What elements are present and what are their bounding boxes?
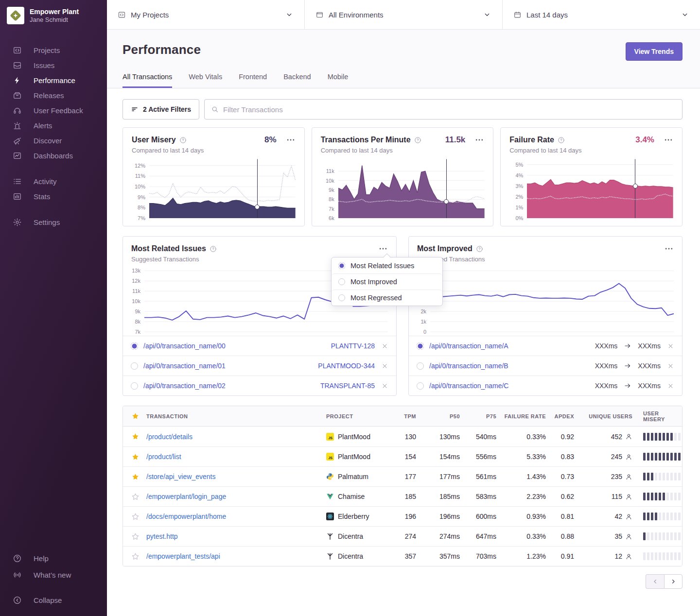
column-header-p50[interactable]: P50 xyxy=(416,413,460,419)
overflow-menu-icon[interactable] xyxy=(474,135,484,145)
column-header-project[interactable]: PROJECT xyxy=(326,413,389,419)
star-filled-icon[interactable] xyxy=(131,432,146,441)
close-icon[interactable] xyxy=(667,342,674,350)
sidebar-item-dashboards[interactable]: Dashboards xyxy=(0,148,107,163)
transaction-link[interactable]: /store/api_view_events xyxy=(146,473,215,480)
column-header-unique-users[interactable]: UNIQUE USERS xyxy=(574,413,632,419)
menu-item-label: Most Regressed xyxy=(350,294,402,302)
sidebar-item-releases[interactable]: Releases xyxy=(0,88,107,103)
active-filters-label: 2 Active Filters xyxy=(143,105,191,113)
widget-title: Most Related Issues xyxy=(131,244,206,253)
radio-button[interactable] xyxy=(131,362,138,370)
unique-users-value: 115 xyxy=(612,493,622,500)
sidebar-item-collapse[interactable]: Collapse xyxy=(0,592,107,608)
column-header-transaction[interactable]: TRANSACTION xyxy=(146,413,326,419)
sidebar-item-help[interactable]: Help xyxy=(0,550,107,566)
radio-button[interactable] xyxy=(417,362,424,370)
column-header-p75[interactable]: P75 xyxy=(460,413,496,419)
star-filled-icon[interactable] xyxy=(131,453,146,461)
sidebar-item-discover[interactable]: Discover xyxy=(0,133,107,148)
pagination-prev-button[interactable] xyxy=(646,574,664,589)
tab-mobile[interactable]: Mobile xyxy=(328,73,349,88)
sidebar-item-whats-new[interactable]: What’s new xyxy=(0,566,107,583)
tab-backend[interactable]: Backend xyxy=(283,73,311,88)
topbar-filter-environment[interactable]: All Environments xyxy=(304,0,502,29)
sidebar-item-projects[interactable]: Projects xyxy=(0,43,107,58)
transaction-cell: /empowerplant_tests/api xyxy=(146,552,326,561)
transaction-link[interactable]: /api/0/transaction_name/02 xyxy=(143,382,226,390)
sidebar-item-alerts[interactable]: Alerts xyxy=(0,118,107,133)
transaction-link[interactable]: /api/0/transaction_name/01 xyxy=(143,362,226,370)
sidebar-item-user-feedback[interactable]: User Feedback xyxy=(0,103,107,118)
star-outline-icon[interactable] xyxy=(131,493,146,501)
transaction-link[interactable]: /product/list xyxy=(146,453,181,461)
close-icon[interactable] xyxy=(381,382,388,390)
radio-button[interactable] xyxy=(131,342,138,350)
metric-card-failure_rate: Failure Rate3.4%Compared to last 14 days… xyxy=(500,127,682,226)
misery-bar-segment xyxy=(651,552,653,560)
misery-bar-segment xyxy=(670,453,673,461)
sidebar-item-performance[interactable]: Performance xyxy=(0,73,107,88)
radio-button[interactable] xyxy=(417,382,424,390)
sidebar-item-activity[interactable]: Activity xyxy=(0,174,107,189)
close-icon[interactable] xyxy=(667,362,674,370)
help-tooltip-icon xyxy=(476,245,483,253)
transaction-link[interactable]: /api/0/transaction_name/00 xyxy=(143,342,226,350)
star-filled-icon[interactable] xyxy=(131,473,146,481)
transaction-link[interactable]: /empowerplant_tests/api xyxy=(146,552,220,560)
tpm-value: 185 xyxy=(389,493,416,500)
overflow-menu-icon[interactable] xyxy=(664,244,674,254)
page-content: 2 Active Filters User Misery8%Compared t… xyxy=(107,88,700,589)
topbar-filter-date[interactable]: Last 14 days xyxy=(502,0,700,29)
y-tick-label: 1k xyxy=(420,319,426,325)
sidebar-item-settings[interactable]: Settings xyxy=(0,215,107,230)
tab-all-transactions[interactable]: All Transactions xyxy=(122,73,172,88)
duration-from: XXXms xyxy=(595,362,618,370)
transaction-link[interactable]: /api/0/transaction_name/A xyxy=(429,342,508,350)
view-trends-button[interactable]: View Trends xyxy=(626,42,682,61)
org-switcher[interactable]: Empower Plant Jane Schmidt xyxy=(0,0,107,31)
active-filters-button[interactable]: 2 Active Filters xyxy=(122,99,199,120)
misery-bar-segment xyxy=(674,532,677,540)
transaction-link[interactable]: /api/0/transaction_name/B xyxy=(429,362,508,370)
radio-button[interactable] xyxy=(417,342,424,350)
overflow-menu-icon[interactable] xyxy=(378,244,388,254)
misery-bar-segment xyxy=(678,552,681,560)
y-tick-label: 13k xyxy=(132,268,140,274)
close-icon[interactable] xyxy=(381,342,388,350)
menu-item-most-regressed[interactable]: Most Regressed xyxy=(332,290,442,306)
column-header-failure-rate[interactable]: FAILURE RATE xyxy=(496,413,546,419)
misery-bar-segment xyxy=(659,552,661,560)
transaction-link[interactable]: /docs/empowerplant/home xyxy=(146,513,226,520)
transaction-link[interactable]: /product/details xyxy=(146,433,192,441)
star-outline-icon[interactable] xyxy=(131,532,146,541)
sidebar-item-issues[interactable]: Issues xyxy=(0,58,107,73)
column-header-user-misery[interactable]: USER MISERY xyxy=(632,411,682,422)
overflow-menu-icon[interactable] xyxy=(664,135,673,145)
star-outline-icon[interactable] xyxy=(131,552,146,561)
transaction-link[interactable]: pytest.http xyxy=(146,532,178,540)
sidebar-item-label: What’s new xyxy=(34,571,71,579)
column-header-apdex[interactable]: APDEX xyxy=(546,413,574,419)
overflow-menu-icon[interactable] xyxy=(286,135,296,145)
radio-button[interactable] xyxy=(131,382,138,390)
transaction-link[interactable]: /empowerplant/login_page xyxy=(146,493,226,500)
search-input[interactable] xyxy=(223,105,676,114)
issue-link[interactable]: PLANTMOOD-344 xyxy=(318,362,375,370)
star-outline-icon[interactable] xyxy=(131,513,146,521)
sidebar-item-stats[interactable]: Stats xyxy=(0,189,107,204)
issue-link[interactable]: PLANTTV-128 xyxy=(331,342,375,350)
column-header-tpm[interactable]: TPM xyxy=(389,413,416,419)
menu-item-most-improved[interactable]: Most Improved xyxy=(332,274,442,290)
issue-link[interactable]: TRANSPLANT-85 xyxy=(320,382,375,390)
tab-web-vitals[interactable]: Web Vitals xyxy=(189,73,222,88)
project-name: PlantMood xyxy=(338,433,370,441)
tab-frontend[interactable]: Frontend xyxy=(239,73,267,88)
transaction-link[interactable]: /api/0/transaction_name/C xyxy=(429,382,508,390)
chevron-down-icon xyxy=(483,10,491,19)
pagination-next-button[interactable] xyxy=(664,574,682,589)
close-icon[interactable] xyxy=(667,382,674,390)
menu-item-most-related-issues[interactable]: Most Related Issues xyxy=(332,257,442,274)
close-icon[interactable] xyxy=(381,362,388,370)
topbar-filter-project[interactable]: My Projects xyxy=(107,0,304,29)
